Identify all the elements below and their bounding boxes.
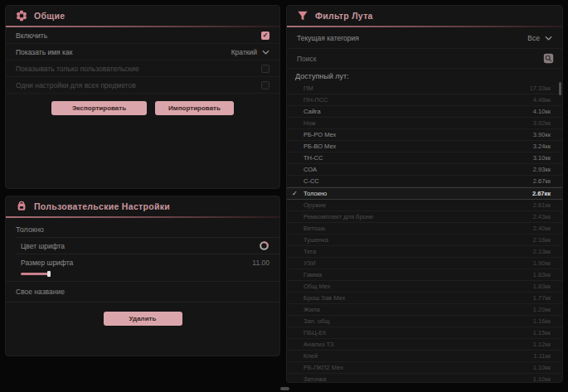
loot-item-name: Ветошь [303, 225, 325, 232]
slider-thumb[interactable] [47, 271, 51, 277]
loot-item-name: Брош Зав Мех [303, 294, 345, 302]
loot-item-value: 1.12кк [533, 341, 551, 348]
loot-item-name: СОА [303, 166, 317, 173]
loot-item-value: 3.24кк [533, 143, 551, 150]
loot-item-value: 1.10кк [533, 364, 551, 371]
loot-list-item[interactable]: С-СС 2.67кк [287, 176, 562, 187]
setting-row-only-custom: Показывать только пользовательские [6, 60, 279, 77]
slider-fill [21, 273, 49, 275]
loot-list-item[interactable]: Общ Мех 1.83кк [287, 281, 562, 293]
chevron-down-icon [262, 50, 269, 55]
loot-list-item[interactable]: Тушенка 2.16кк [287, 235, 562, 246]
name-mode-value: Краткий [231, 48, 257, 56]
loot-list-item[interactable]: Анализ ТЗ 1.12кк [287, 339, 562, 351]
loot-item-value: 2.40кк [533, 225, 551, 232]
enable-checkbox[interactable] [261, 31, 269, 40]
import-button[interactable]: Импортировать [155, 101, 234, 115]
search-icon[interactable] [543, 53, 554, 64]
loot-item-name: Сайга [303, 108, 321, 115]
loot-list-item[interactable]: Ветошь 2.40кк [287, 223, 562, 235]
loot-list-item[interactable]: Зап. общ 1.16кк [287, 316, 562, 327]
custom-name-row [6, 281, 279, 302]
loot-item-value: 3.90кк [533, 131, 551, 138]
page-horizontal-scrollbar-thumb[interactable] [280, 387, 289, 390]
loot-list-item[interactable]: Жила 1.20кк [287, 304, 562, 316]
filter-panel-header: Фильтр Лута [287, 6, 562, 26]
filter-panel-title: Фильтр Лута [315, 11, 373, 21]
category-row: Текущая категория Все [287, 27, 562, 49]
export-import-row: Экспортировать Импортировать [6, 101, 279, 115]
loot-item-name: Зап. общ [303, 317, 330, 325]
delete-button[interactable]: Удалить [104, 312, 182, 326]
loot-item-value: 17.33кк [530, 85, 551, 92]
loot-list-item[interactable]: Сайга 4.10кк [287, 106, 562, 118]
loot-list-item[interactable]: РБ-ВО Мех 3.24кк [287, 141, 562, 152]
name-mode-label: Показать имя как [16, 48, 72, 56]
loot-item-value: 2.16кк [533, 236, 551, 244]
setting-row-same-settings: Одни настройки для всех предметов [6, 77, 279, 94]
enable-label: Включить [16, 31, 47, 40]
name-mode-select[interactable]: Краткий [231, 48, 269, 56]
loot-item-name: Заточка [303, 375, 326, 383]
search-row [287, 49, 562, 69]
loot-item-value: 1.15кк [533, 329, 551, 336]
loot-list-scrollbar[interactable] [559, 79, 561, 382]
loot-list: ПМ 17.33кк ПН-ПСС 4.48кк Сайга 4.10кк Но… [287, 83, 562, 383]
loot-list-item[interactable]: ТН-СС 3.10кк [287, 152, 562, 164]
custom-panel-header: Пользовательские Настройки [6, 196, 279, 216]
loot-item-name: Нож [303, 119, 316, 127]
category-label: Текущая категория [297, 34, 359, 42]
loot-item-value: 2.61кк [533, 201, 551, 209]
loot-list-item[interactable]: ПМ 17.33кк [287, 83, 562, 94]
loot-list-item[interactable]: Гамма 1.83кк [287, 269, 562, 281]
loot-item-value: 2.13кк [533, 248, 551, 255]
loot-item-name: Гамма [303, 271, 322, 278]
loot-list-item[interactable]: Ремкомплект для брони 2.43кк [287, 211, 562, 223]
loot-item-name: Ремкомплект для брони [303, 213, 373, 220]
only-custom-checkbox[interactable] [261, 65, 269, 73]
loot-item-name: РБ-ПКП2 Мех [303, 364, 343, 371]
loot-item-name: ПН-ПСС [303, 96, 328, 104]
same-settings-checkbox[interactable] [261, 81, 269, 90]
loot-item-name: Толокно [303, 190, 327, 197]
available-loot-label: Доступный лут: [287, 69, 562, 83]
loot-list-item[interactable]: Толокно 2.67кк [287, 187, 562, 200]
font-size-slider[interactable] [21, 270, 269, 278]
search-input[interactable] [287, 55, 543, 63]
loot-list-item[interactable]: Брош Зав Мех 1.77кк [287, 293, 562, 304]
setting-row-enable: Включить [6, 27, 279, 44]
loot-list-item[interactable]: Нож 3.92кк [287, 118, 562, 129]
loot-item-name: Оружие [303, 201, 326, 209]
loot-item-name: РБ-ВО Мех [303, 143, 336, 150]
loot-list-item[interactable]: ПБЦ-6Х 1.15кк [287, 327, 562, 339]
loot-list-item[interactable]: Оружие 2.61кк [287, 200, 562, 211]
loot-list-item[interactable]: СОА 2.93кк [287, 164, 562, 176]
color-wheel-icon[interactable] [259, 240, 269, 251]
loot-item-name: Клей [303, 352, 318, 360]
scrollbar-thumb[interactable] [559, 82, 561, 95]
loot-item-name: Тега [303, 248, 316, 255]
loot-item-value: 2.67кк [532, 190, 551, 197]
loot-list-item[interactable]: Клей 1.11кк [287, 351, 562, 362]
category-select[interactable]: Все [527, 34, 552, 42]
export-button[interactable]: Экспортировать [51, 101, 147, 115]
selected-item-name: Толокно [6, 218, 279, 237]
loot-list-item[interactable]: Тега 2.13кк [287, 246, 562, 258]
loot-list-item[interactable]: ПН-ПСС 4.48кк [287, 94, 562, 106]
loot-list-item[interactable]: РБ-ПКП2 Мех 1.10кк [287, 362, 562, 374]
loot-item-value: 3.10кк [533, 154, 551, 162]
loot-list-item[interactable]: Заточка 1.10кк [287, 374, 562, 383]
loot-filter-panel: Фильтр Лута Текущая категория Все Доступ… [286, 5, 563, 383]
custom-name-input[interactable] [6, 282, 279, 302]
loot-item-value: 1.10кк [533, 375, 551, 383]
loot-item-value: 1.83кк [533, 271, 551, 278]
loot-item-name: Тушенка [303, 236, 328, 244]
font-size-label: Размер шрифта [21, 259, 73, 267]
mod-settings-window: Общие Включить Показать имя как Краткий … [0, 0, 568, 392]
category-value: Все [527, 34, 540, 42]
loot-item-name: ТН-СС [303, 154, 323, 162]
loot-item-name: С-СС [303, 177, 319, 185]
loot-list-item[interactable]: РБ-РО Мех 3.90кк [287, 129, 562, 141]
funnel-icon [297, 10, 308, 22]
loot-list-item[interactable]: УЗИ 1.90кк [287, 258, 562, 269]
